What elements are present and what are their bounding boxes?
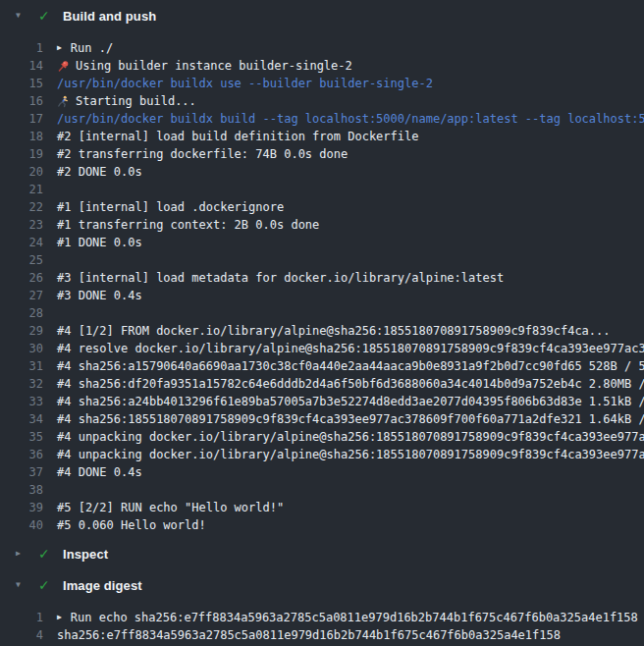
log-line-text: #2 DONE 0.0s xyxy=(57,163,142,181)
log-section-image-digest: ▼✓Image digest1▶Run echo sha256:e7ff8834… xyxy=(0,569,644,646)
log-line-text: #5 0.060 Hello world! xyxy=(57,516,206,534)
section-title: Inspect xyxy=(63,547,108,562)
section-title: Image digest xyxy=(63,578,142,593)
log-text: #1 transferring context: 2B 0.0s done xyxy=(57,216,319,234)
log-line-text: #3 DONE 0.4s xyxy=(57,287,142,304)
log-line: 1▶Run ./ xyxy=(0,39,644,57)
log-line-text: Starting build... xyxy=(76,92,196,110)
log-line-text: #3 [internal] load metadata for docker.i… xyxy=(57,269,504,287)
log-line: 14Using builder instance builder-single-… xyxy=(0,57,644,75)
log-line-text: #1 DONE 0.0s xyxy=(57,234,142,251)
expand-run-icon[interactable]: ▶ xyxy=(57,614,62,621)
line-number[interactable]: 40 xyxy=(0,516,43,534)
line-number[interactable]: 35 xyxy=(0,428,43,446)
log-text: #4 sha256:185518070891758909c9f839cf4ca3… xyxy=(57,410,644,428)
log-text: /usr/bin/docker buildx use --builder bui… xyxy=(57,75,433,92)
line-number[interactable]: 37 xyxy=(0,463,43,481)
log-line-text: #2 [internal] load build definition from… xyxy=(57,128,418,145)
line-number[interactable]: 30 xyxy=(0,340,43,357)
line-number[interactable]: 24 xyxy=(0,234,43,251)
log-line-text: #4 sha256:a15790640a6690aa1730c38cf0a440… xyxy=(57,357,644,375)
log-text: /usr/bin/docker buildx build --tag local… xyxy=(57,110,644,128)
check-icon: ✓ xyxy=(38,9,52,23)
log-line: 29#4 [1/2] FROM docker.io/library/alpine… xyxy=(0,322,644,340)
log-line: 39#5 [2/2] RUN echo "Hello world!" xyxy=(0,499,644,516)
line-number[interactable]: 29 xyxy=(0,322,43,340)
line-number[interactable]: 14 xyxy=(0,57,43,75)
line-number[interactable]: 17 xyxy=(0,110,43,128)
log-text: #1 DONE 0.0s xyxy=(57,234,142,251)
section-header-inspect[interactable]: ▶✓Inspect xyxy=(0,538,644,569)
log-line-text: Run echo sha256:e7ff8834a5963a2785c5a081… xyxy=(71,609,638,626)
log-line-text: #2 transferring dockerfile: 74B 0.0s don… xyxy=(57,145,348,163)
log-line: 27#3 DONE 0.4s xyxy=(0,287,644,304)
log-line: 20#2 DONE 0.0s xyxy=(0,163,644,181)
check-icon: ✓ xyxy=(38,578,52,592)
log-line: 37#4 DONE 0.4s xyxy=(0,463,644,481)
section-header-build-and-push[interactable]: ▼✓Build and push xyxy=(0,0,644,31)
line-number[interactable]: 19 xyxy=(0,145,43,163)
chevron-down-icon[interactable]: ▼ xyxy=(16,12,27,20)
runner-icon xyxy=(57,95,70,108)
expand-run-icon[interactable]: ▶ xyxy=(57,44,62,52)
line-number[interactable]: 36 xyxy=(0,446,43,463)
line-number[interactable]: 25 xyxy=(0,251,43,269)
log-line-text: sha256:e7ff8834a5963a2785c5a0811e979d16b… xyxy=(57,626,561,644)
log-line-text: #1 transferring context: 2B 0.0s done xyxy=(57,216,319,234)
line-number[interactable]: 39 xyxy=(0,499,43,516)
log-section-inspect: ▶✓Inspect xyxy=(0,538,644,569)
log-text: sha256:e7ff8834a5963a2785c5a0811e979d16b… xyxy=(57,626,561,644)
log-line: 16Starting build... xyxy=(0,92,644,110)
workflow-log-viewer: ▼✓Build and push1▶Run ./14Using builder … xyxy=(0,0,644,646)
pushpin-icon xyxy=(57,60,70,73)
log-line-text: #1 [internal] load .dockerignore xyxy=(57,198,284,216)
log-line: 1▶Run echo sha256:e7ff8834a5963a2785c5a0… xyxy=(0,609,644,626)
line-number[interactable]: 31 xyxy=(0,357,43,375)
line-number[interactable]: 1 xyxy=(0,609,43,626)
log-line: 32#4 sha256:df20fa9351a15782c64e6dddb2d4… xyxy=(0,375,644,393)
line-number[interactable]: 27 xyxy=(0,287,43,304)
chevron-down-icon[interactable]: ▼ xyxy=(16,581,27,589)
section-title: Build and push xyxy=(63,9,156,24)
section-lines: 1▶Run ./14Using builder instance builder… xyxy=(0,31,644,538)
log-line-text: #5 [2/2] RUN echo "Hello world!" xyxy=(57,499,284,516)
log-line-text: #4 [1/2] FROM docker.io/library/alpine@s… xyxy=(57,322,611,340)
line-number[interactable]: 21 xyxy=(0,181,43,198)
log-line: 40#5 0.060 Hello world! xyxy=(0,516,644,534)
line-number[interactable]: 15 xyxy=(0,75,43,92)
log-line: 17/usr/bin/docker buildx build --tag loc… xyxy=(0,110,644,128)
section-header-image-digest[interactable]: ▼✓Image digest xyxy=(0,569,644,601)
log-text: #4 sha256:df20fa9351a15782c64e6dddb2d4a6… xyxy=(57,375,644,393)
log-line-text: #4 unpacking docker.io/library/alpine@sh… xyxy=(57,446,644,463)
line-number[interactable]: 34 xyxy=(0,410,43,428)
chevron-right-icon[interactable]: ▶ xyxy=(16,550,27,558)
line-number[interactable]: 4 xyxy=(0,626,43,644)
log-text: #5 [2/2] RUN echo "Hello world!" xyxy=(57,499,284,516)
line-number[interactable]: 18 xyxy=(0,128,43,145)
log-line: 34#4 sha256:185518070891758909c9f839cf4c… xyxy=(0,410,644,428)
log-text: #4 sha256:a24bb4013296f61e89ba57005a7b3e… xyxy=(57,393,644,410)
log-line-text: #4 unpacking docker.io/library/alpine@sh… xyxy=(57,428,644,446)
log-text: #4 [1/2] FROM docker.io/library/alpine@s… xyxy=(57,322,611,340)
log-text: #2 [internal] load build definition from… xyxy=(57,128,418,145)
log-line: 24#1 DONE 0.0s xyxy=(0,234,644,251)
log-line: 4sha256:e7ff8834a5963a2785c5a0811e979d16… xyxy=(0,626,644,644)
log-line-text: /usr/bin/docker buildx build --tag local… xyxy=(57,110,644,128)
log-line: 18#2 [internal] load build definition fr… xyxy=(0,128,644,145)
log-text: #3 [internal] load metadata for docker.i… xyxy=(57,269,504,287)
line-number[interactable]: 38 xyxy=(0,481,43,499)
log-line-text: Using builder instance builder-single-2 xyxy=(76,57,352,75)
line-number[interactable]: 23 xyxy=(0,216,43,234)
line-number[interactable]: 16 xyxy=(0,92,43,110)
log-line: 25 xyxy=(0,251,644,269)
line-number[interactable]: 26 xyxy=(0,269,43,287)
line-number[interactable]: 1 xyxy=(0,39,43,57)
log-line: 31#4 sha256:a15790640a6690aa1730c38cf0a4… xyxy=(0,357,644,375)
line-number[interactable]: 22 xyxy=(0,198,43,216)
line-number[interactable]: 20 xyxy=(0,163,43,181)
line-number[interactable]: 32 xyxy=(0,375,43,393)
line-number[interactable]: 28 xyxy=(0,304,43,322)
log-line-text: Run ./ xyxy=(71,39,113,57)
line-number[interactable]: 33 xyxy=(0,393,43,410)
log-line: 28 xyxy=(0,304,644,322)
